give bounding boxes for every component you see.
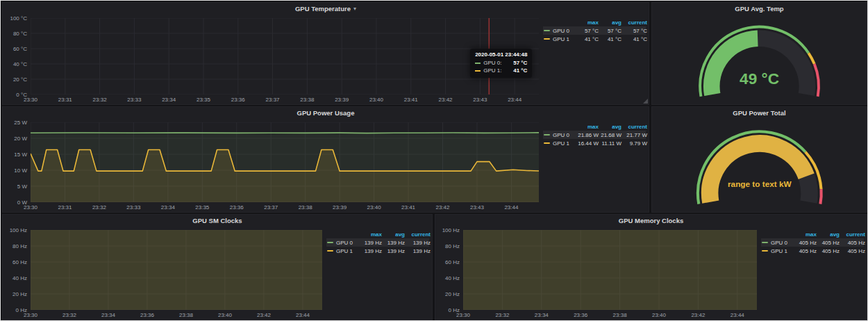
legend-value: 405 Hz — [817, 248, 840, 254]
legend-series-toggle[interactable]: GPU 0 — [327, 240, 360, 246]
legend-value: 139 Hz — [406, 248, 431, 254]
panel-title-gpu-avg-temp: GPU Avg. Temp — [735, 5, 783, 13]
x-tick-label: 23:30 — [24, 97, 37, 103]
y-tick-label: 60 Hz — [12, 259, 27, 265]
x-tick-label: 23:40 — [218, 312, 232, 318]
chart-gpu-sm-clocks[interactable]: 100 Hz80 Hz60 Hz40 Hz20 Hz0 Hz23:3023:32… — [7, 230, 322, 310]
series-fill — [463, 230, 757, 310]
x-tick-label: 23:44 — [731, 312, 744, 318]
legend-column-header[interactable]: max — [578, 19, 599, 26]
legend-column-header[interactable]: avg — [599, 19, 621, 26]
panel-resize-handle[interactable] — [643, 99, 648, 104]
plot-area[interactable]: 23:3023:3123:3223:3323:3423:3523:3623:37… — [31, 122, 539, 202]
panel-gpu-sm-clocks: GPU SM Clocks 100 Hz80 Hz60 Hz40 Hz20 Hz… — [2, 214, 433, 320]
legend-series-toggle[interactable]: GPU 0 — [544, 28, 577, 34]
x-tick-label: 23:34 — [161, 204, 175, 211]
legend-series-toggle[interactable]: GPU 1 — [762, 248, 795, 254]
panel-header-gpu-sm-clocks[interactable]: GPU SM Clocks — [3, 215, 432, 226]
x-tick-label: 23:42 — [439, 97, 453, 103]
panel-gpu-power-total: GPU Power Total range to text kW — [651, 106, 867, 213]
series-color-dash — [544, 30, 550, 31]
legend-series-toggle[interactable]: GPU 1 — [544, 140, 577, 147]
x-tick-label: 23:38 — [299, 204, 312, 211]
legend-column-header[interactable]: current — [622, 19, 647, 26]
y-tick-label: 40 Hz — [12, 275, 27, 281]
legend-series-name: GPU 1 — [553, 140, 569, 147]
legend-value: 41 °C — [622, 36, 647, 42]
legend-series-toggle[interactable]: GPU 1 — [327, 248, 360, 254]
time-series-svg[interactable] — [463, 230, 757, 310]
x-tick-label: 23:40 — [652, 312, 666, 318]
legend-header-row: maxavgcurrent — [543, 18, 646, 26]
legend-column-header[interactable]: avg — [383, 231, 405, 238]
time-series-svg[interactable] — [31, 230, 322, 310]
legend-series-toggle[interactable]: GPU 0 — [762, 240, 795, 246]
y-tick-label: 15 W — [14, 151, 27, 158]
panel-header-gpu-power-usage[interactable]: GPU Power Usage — [3, 107, 649, 118]
legend-value: 9.79 W — [622, 140, 647, 147]
panel-header-gpu-memory-clocks[interactable]: GPU Memory Clocks — [435, 215, 867, 226]
legend-value: 11.11 W — [599, 140, 621, 147]
panel-gpu-power-usage: GPU Power Usage 25 W20 W15 W10 W5 W0 W23… — [2, 106, 649, 213]
x-tick-label: 23:30 — [456, 312, 470, 318]
legend-column-header[interactable]: current — [406, 231, 431, 238]
panel-header-gpu-avg-temp[interactable]: GPU Avg. Temp — [652, 3, 867, 14]
tooltip-series-row: GPU 0:57 °C — [475, 59, 527, 67]
y-tick-label: 20 °C — [13, 76, 27, 83]
x-tick-label: 23:38 — [179, 312, 193, 318]
legend-series-toggle[interactable]: GPU 1 — [544, 36, 577, 42]
chart-gpu-temperature[interactable]: 100 °C80 °C60 °C40 °C20 °C0 °C23:3023:31… — [7, 18, 539, 94]
panel-header-gpu-temperature[interactable]: GPU Temperature ▾ — [3, 3, 649, 14]
legend-value: 21.68 W — [599, 132, 621, 138]
chart-gpu-power-usage[interactable]: 25 W20 W15 W10 W5 W0 W23:3023:3123:3223:… — [7, 122, 539, 202]
plot-area[interactable]: 23:3023:3123:3223:3323:3423:3523:3623:37… — [31, 18, 539, 94]
plot-area[interactable]: 23:3023:3223:3423:3623:3823:4023:4223:44 — [463, 230, 757, 310]
y-axis: 100 Hz80 Hz60 Hz40 Hz20 Hz0 Hz — [440, 230, 463, 310]
y-tick-label: 20 W — [14, 135, 27, 142]
legend-header-row: maxavgcurrent — [326, 230, 429, 238]
legend-value: 405 Hz — [840, 248, 865, 254]
y-axis: 100 °C80 °C60 °C40 °C20 °C0 °C — [7, 18, 31, 94]
legend-column-header[interactable]: avg — [817, 231, 840, 238]
legend-column-header[interactable]: max — [578, 124, 599, 130]
x-tick-label: 23:41 — [401, 204, 415, 211]
legend-column-header[interactable]: max — [361, 231, 382, 238]
x-tick-label: 23:43 — [470, 204, 484, 211]
series-color-dash — [475, 70, 481, 72]
time-series-svg[interactable] — [31, 18, 539, 94]
chart-gpu-memory-clocks[interactable]: 100 Hz80 Hz60 Hz40 Hz20 Hz0 Hz23:3023:32… — [440, 230, 757, 310]
x-tick-label: 23:30 — [24, 312, 37, 318]
legend-series-toggle[interactable]: GPU 0 — [544, 132, 577, 138]
legend-value: 21.86 W — [578, 132, 599, 138]
x-tick-label: 23:44 — [504, 204, 518, 211]
legend-column-header[interactable]: current — [840, 231, 865, 238]
y-tick-label: 20 Hz — [12, 291, 27, 297]
y-tick-label: 60 °C — [13, 46, 27, 52]
legend-column-header[interactable]: max — [796, 231, 817, 238]
legend-row: GPU 1405 Hz405 Hz405 Hz — [761, 247, 864, 255]
legend-value: 139 Hz — [361, 248, 382, 254]
series-color-dash — [544, 38, 550, 40]
legend-value: 405 Hz — [817, 240, 840, 246]
legend-value: 21.77 W — [622, 132, 647, 138]
y-tick-label: 10 W — [14, 167, 27, 174]
legend-value: 57 °C — [578, 28, 599, 34]
legend-column-header[interactable]: current — [622, 124, 647, 130]
tooltip-series-value: 57 °C — [506, 59, 527, 67]
x-tick-label: 23:36 — [574, 312, 587, 318]
legend-value: 139 Hz — [383, 248, 405, 254]
x-tick-label: 23:32 — [62, 312, 76, 318]
series-line — [31, 133, 539, 133]
time-series-svg[interactable] — [31, 122, 539, 202]
x-tick-label: 23:44 — [508, 97, 521, 103]
panel-header-gpu-power-total[interactable]: GPU Power Total — [652, 107, 867, 118]
gauge-value-text: 49 °C — [740, 69, 779, 88]
tooltip-series-row: GPU 1:41 °C — [475, 67, 527, 74]
legend-value: 405 Hz — [840, 240, 865, 246]
plot-area[interactable]: 23:3023:3223:3423:3623:3823:4023:4223:44 — [31, 230, 322, 310]
series-color-dash — [327, 242, 333, 243]
x-tick-label: 23:36 — [231, 97, 245, 103]
legend-gpu-temperature: maxavgcurrentGPU 057 °C57 °C57 °CGPU 141… — [543, 18, 646, 94]
legend-column-header[interactable]: avg — [599, 124, 621, 130]
legend-row: GPU 0139 Hz139 Hz139 Hz — [326, 238, 429, 247]
